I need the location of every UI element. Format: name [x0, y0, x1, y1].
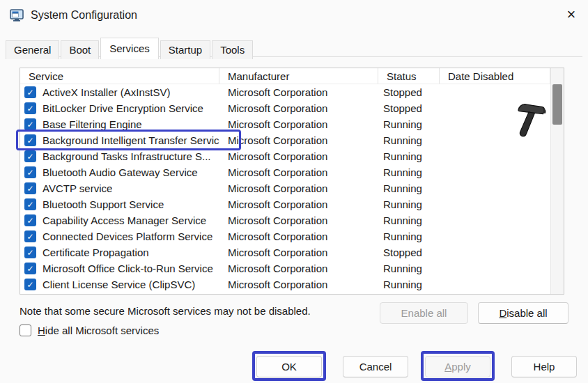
manufacturer-cell: Microsoft Corporation	[219, 230, 378, 242]
table-row[interactable]: ✓ Client License Service (ClipSVC) Micro…	[20, 276, 564, 292]
service-enabled-checkbox[interactable]: ✓	[24, 230, 36, 242]
service-enabled-checkbox[interactable]: ✓	[24, 118, 36, 130]
check-icon: ✓	[26, 104, 33, 113]
status-cell: Running	[378, 182, 440, 194]
table-row[interactable]: ✓ Base Filtering Engine Microsoft Corpor…	[20, 116, 564, 132]
check-icon: ✓	[26, 233, 33, 241]
service-enabled-checkbox[interactable]: ✓	[24, 247, 36, 258]
vertical-scrollbar[interactable]	[550, 68, 564, 294]
column-header-status[interactable]: Status	[378, 68, 440, 84]
manufacturer-cell: Microsoft Corporation	[219, 263, 378, 274]
table-row[interactable]: ✓ Connected Devices Platform Service Mic…	[20, 228, 564, 244]
tab-startup[interactable]: Startup	[160, 40, 210, 59]
check-icon: ✓	[26, 265, 33, 273]
service-enabled-checkbox[interactable]: ✓	[24, 166, 36, 178]
service-cell: ✓ Client License Service (ClipSVC)	[20, 279, 219, 290]
manufacturer-cell: Microsoft Corporation	[219, 279, 378, 290]
table-row[interactable]: ✓ Certificate Propagation Microsoft Corp…	[20, 244, 564, 260]
services-list-header: Service Manufacturer Status Date Disable…	[20, 68, 564, 84]
manufacturer-cell: Microsoft Corporation	[219, 166, 378, 178]
disable-all-label: D	[499, 307, 506, 319]
check-icon: ✓	[26, 249, 33, 257]
service-name: Microsoft Office Click-to-Run Service	[42, 263, 213, 274]
table-row[interactable]: ✓ Background Intelligent Transfer Servic…	[20, 132, 564, 148]
table-row[interactable]: ✓ Bluetooth Support Service Microsoft Co…	[20, 196, 564, 212]
service-name: Certificate Propagation	[42, 247, 149, 258]
table-row[interactable]: ✓ Background Tasks Infrastructure S... M…	[20, 148, 564, 164]
apply-label: A	[444, 361, 451, 373]
apply-button[interactable]: Apply	[425, 356, 490, 377]
service-cell: ✓ Certificate Propagation	[20, 247, 219, 258]
manufacturer-cell: Microsoft Corporation	[219, 150, 378, 162]
manufacturer-cell: Microsoft Corporation	[219, 134, 378, 146]
title-bar: System Configuration ×	[0, 0, 588, 31]
check-icon: ✓	[26, 136, 33, 145]
service-enabled-checkbox[interactable]: ✓	[24, 102, 36, 114]
table-row[interactable]: ✓ BitLocker Drive Encryption Service Mic…	[20, 100, 564, 116]
hide-microsoft-services-checkbox[interactable]	[20, 325, 31, 336]
check-icon: ✓	[26, 169, 33, 177]
service-enabled-checkbox[interactable]: ✓	[24, 279, 36, 290]
ok-button[interactable]: OK	[256, 356, 322, 377]
tab-services[interactable]: Services	[100, 38, 159, 59]
service-enabled-checkbox[interactable]: ✓	[24, 198, 36, 210]
status-cell: Running	[378, 198, 440, 210]
service-cell: ✓ Bluetooth Support Service	[20, 198, 219, 210]
manufacturer-cell: Microsoft Corporation	[219, 214, 378, 226]
status-cell: Running	[378, 214, 440, 226]
services-note: Note that some secure Microsoft services…	[20, 305, 311, 317]
check-icon: ✓	[26, 88, 33, 97]
service-name: AVCTP service	[42, 182, 112, 194]
status-cell: Running	[378, 279, 440, 290]
column-header-manufacturer[interactable]: Manufacturer	[219, 68, 378, 84]
column-header-date-disabled[interactable]: Date Disabled	[440, 68, 550, 84]
system-configuration-window: System Configuration × General Boot Serv…	[0, 0, 588, 383]
service-name: Bluetooth Support Service	[42, 198, 164, 210]
service-enabled-checkbox[interactable]: ✓	[24, 150, 36, 162]
check-icon: ✓	[26, 185, 33, 193]
table-row[interactable]: ✓ Microsoft Office Click-to-Run Service …	[20, 260, 564, 276]
tab-general[interactable]: General	[6, 40, 59, 59]
status-cell: Running	[378, 150, 440, 162]
window-title: System Configuration	[31, 9, 137, 22]
tab-tools[interactable]: Tools	[212, 40, 253, 59]
service-name: Capability Access Manager Service	[42, 214, 206, 226]
service-cell: ✓ Microsoft Office Click-to-Run Service	[20, 263, 219, 274]
status-cell: Stopped	[378, 86, 440, 98]
service-cell: ✓ ActiveX Installer (AxInstSV)	[20, 86, 219, 98]
service-enabled-checkbox[interactable]: ✓	[24, 263, 36, 274]
service-name: Base Filtering Engine	[42, 118, 142, 130]
check-icon: ✓	[26, 120, 33, 129]
manufacturer-cell: Microsoft Corporation	[219, 102, 378, 114]
table-row[interactable]: ✓ Capability Access Manager Service Micr…	[20, 212, 564, 228]
disable-all-button[interactable]: Disable all	[478, 302, 568, 324]
enable-all-button[interactable]: Enable all	[380, 302, 468, 324]
hide-microsoft-services-row[interactable]: Hide all Microsoft services	[20, 325, 159, 336]
help-button[interactable]: Help	[511, 356, 577, 377]
cancel-button[interactable]: Cancel	[343, 356, 408, 377]
status-cell: Running	[378, 263, 440, 274]
service-list-body: ✓ ActiveX Installer (AxInstSV) Microsoft…	[20, 84, 564, 292]
service-enabled-checkbox[interactable]: ✓	[24, 86, 36, 98]
tab-boot[interactable]: Boot	[61, 40, 99, 59]
status-cell: Running	[378, 230, 440, 242]
table-row[interactable]: ✓ Bluetooth Audio Gateway Service Micros…	[20, 164, 564, 180]
table-row[interactable]: ✓ ActiveX Installer (AxInstSV) Microsoft…	[20, 84, 564, 100]
service-enabled-checkbox[interactable]: ✓	[24, 134, 36, 146]
service-cell: ✓ AVCTP service	[20, 182, 219, 194]
service-name: Bluetooth Audio Gateway Service	[42, 166, 198, 178]
service-cell: ✓ Capability Access Manager Service	[20, 214, 219, 226]
service-enabled-checkbox[interactable]: ✓	[24, 214, 36, 226]
service-name: BitLocker Drive Encryption Service	[42, 102, 203, 114]
service-cell: ✓ Background Tasks Infrastructure S...	[20, 150, 219, 162]
manufacturer-cell: Microsoft Corporation	[219, 198, 378, 210]
close-icon[interactable]: ×	[555, 0, 588, 29]
column-header-service[interactable]: Service	[20, 68, 219, 84]
table-row[interactable]: ✓ AVCTP service Microsoft Corporation Ru…	[20, 180, 564, 196]
check-icon: ✓	[26, 217, 33, 225]
manufacturer-cell: Microsoft Corporation	[219, 182, 378, 194]
service-name: Background Intelligent Transfer Service	[42, 134, 219, 146]
manufacturer-cell: Microsoft Corporation	[219, 118, 378, 130]
scrollbar-thumb[interactable]	[552, 84, 562, 125]
service-enabled-checkbox[interactable]: ✓	[24, 182, 36, 194]
